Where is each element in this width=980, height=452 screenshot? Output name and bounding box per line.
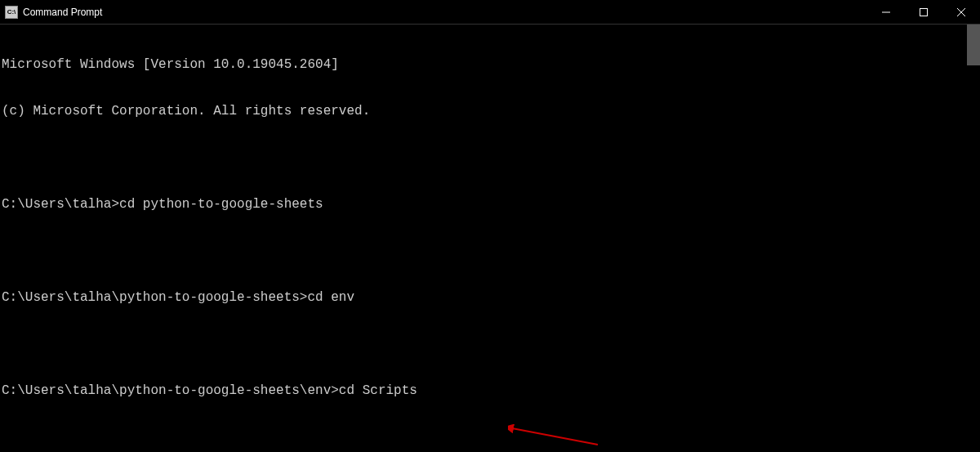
terminal-line (2, 244, 980, 259)
cmd-app-icon: C:\ (5, 6, 18, 19)
maximize-icon (920, 8, 928, 16)
terminal-output[interactable]: Microsoft Windows [Version 10.0.19045.26… (0, 25, 980, 452)
terminal-line: C:\Users\talha\python-to-google-sheets\e… (2, 383, 980, 399)
titlebar-left: C:\ Command Prompt (0, 6, 102, 19)
terminal-line: C:\Users\talha>cd python-to-google-sheet… (2, 197, 980, 213)
maximize-button[interactable] (905, 0, 942, 24)
minimize-icon (882, 8, 890, 16)
minimize-button[interactable] (867, 0, 905, 24)
scrollbar-thumb[interactable] (967, 25, 980, 65)
close-icon (957, 8, 965, 16)
terminal-line: Microsoft Windows [Version 10.0.19045.26… (2, 57, 980, 73)
terminal-line (2, 430, 980, 445)
svg-rect-1 (920, 8, 928, 16)
window-controls (867, 0, 980, 24)
terminal-line: (c) Microsoft Corporation. All rights re… (2, 104, 980, 119)
titlebar[interactable]: C:\ Command Prompt (0, 0, 980, 25)
terminal-line (2, 150, 980, 166)
terminal-line: C:\Users\talha\python-to-google-sheets>c… (2, 290, 980, 306)
close-button[interactable] (942, 0, 980, 24)
window-title: Command Prompt (23, 7, 102, 18)
terminal-line (2, 337, 980, 352)
